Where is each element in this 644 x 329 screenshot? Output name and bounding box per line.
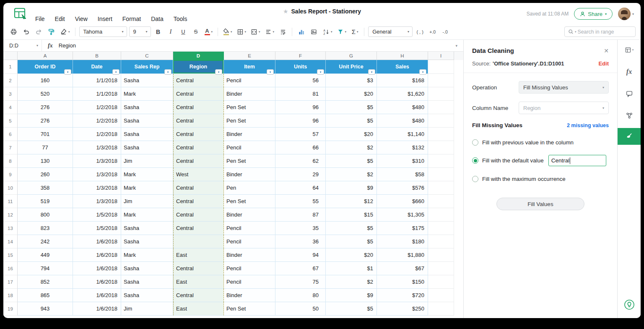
cell-I11[interactable]: [428, 195, 454, 208]
filter-dropdown-button[interactable]: ▾: [215, 69, 222, 75]
header-cell-order-id[interactable]: Order ID▾: [18, 60, 73, 74]
filter-dropdown-button[interactable]: ▾: [112, 69, 119, 75]
undo-button[interactable]: [21, 26, 31, 37]
cell-C15[interactable]: Mark: [121, 248, 173, 262]
row-number[interactable]: 13: [3, 222, 18, 235]
cell-I10[interactable]: [428, 181, 454, 195]
cell-I18[interactable]: [428, 289, 454, 302]
radio-fill-with-previous-value-in-the-column[interactable]: [472, 139, 478, 146]
header-cell-region[interactable]: Region▾: [173, 60, 224, 74]
cell-D7[interactable]: Central: [173, 141, 224, 154]
cell-F4[interactable]: 96: [275, 101, 326, 114]
cell-B14[interactable]: 1/6/2018: [73, 235, 121, 248]
cell-I2[interactable]: [428, 74, 454, 87]
cell-A14[interactable]: 242: [18, 235, 73, 248]
menu-tools[interactable]: Tools: [174, 16, 187, 22]
row-number[interactable]: 14: [3, 235, 18, 248]
cell-C10[interactable]: Mark: [121, 181, 173, 195]
cell-B19[interactable]: 1/6/2018: [73, 302, 121, 316]
cell-G19[interactable]: $5: [326, 302, 377, 316]
comments-panel-icon[interactable]: [618, 84, 641, 103]
radio-fill-with-the-default-value[interactable]: [472, 157, 478, 164]
cell-G17[interactable]: $2: [326, 275, 377, 289]
cell-B4[interactable]: 1/2/2018: [73, 101, 121, 114]
cell-G2[interactable]: $3: [326, 74, 377, 87]
cell-E11[interactable]: Pen Set: [224, 195, 275, 208]
cell-G7[interactable]: $2: [326, 141, 377, 154]
row-number[interactable]: 5: [3, 114, 18, 128]
wrap-text-button[interactable]: [278, 26, 288, 37]
cell-E18[interactable]: Binder: [224, 289, 275, 302]
cell-G8[interactable]: $5: [326, 154, 377, 168]
cell-C2[interactable]: Sasha: [121, 74, 173, 87]
cell-E9[interactable]: Binder: [224, 168, 275, 181]
radio-fill-with-the-maximum-occurrence[interactable]: [472, 176, 478, 182]
cell-D13[interactable]: Central: [173, 222, 224, 235]
header-cell-sales-rep[interactable]: Sales Rep▾: [121, 60, 173, 74]
cell-D3[interactable]: Central: [173, 87, 224, 101]
cell-C8[interactable]: Jim: [121, 154, 173, 168]
cell-A5[interactable]: 276: [18, 114, 73, 128]
sum-button[interactable]: Σ ▾: [350, 26, 360, 37]
cell-E5[interactable]: Pen Set: [224, 114, 275, 128]
cell-B7[interactable]: 1/3/2018: [73, 141, 121, 154]
cell-A13[interactable]: 823: [18, 222, 73, 235]
align-button[interactable]: ▾: [264, 26, 276, 37]
number-format-select[interactable]: General ▾: [368, 26, 413, 37]
cell-H3[interactable]: $1,620: [377, 87, 428, 101]
cell-H19[interactable]: $250: [377, 302, 428, 316]
menu-file[interactable]: File: [35, 16, 45, 22]
font-family-select[interactable]: Tahoma ▾: [79, 26, 127, 37]
cell-E13[interactable]: Pencil: [224, 222, 275, 235]
cell-H9[interactable]: $58: [377, 168, 428, 181]
edit-source-link[interactable]: Edit: [598, 60, 609, 67]
functions-panel-icon[interactable]: fx: [618, 63, 641, 81]
menu-view[interactable]: View: [75, 16, 88, 22]
cell-I4[interactable]: [428, 101, 454, 114]
fill-values-button[interactable]: Fill Values: [496, 198, 584, 210]
column-header-A[interactable]: A: [18, 52, 73, 60]
header-cell-item[interactable]: Item▾: [224, 60, 275, 74]
cell-H18[interactable]: $720: [377, 289, 428, 302]
cell-A18[interactable]: 865: [18, 289, 73, 302]
filter-dropdown-button[interactable]: ▾: [368, 69, 375, 75]
cell-G16[interactable]: $1: [326, 262, 377, 275]
cell-H5[interactable]: $480: [377, 114, 428, 128]
cell-A19[interactable]: 943: [18, 302, 73, 316]
cell-D10[interactable]: Central: [173, 181, 224, 195]
cell-G12[interactable]: $15: [326, 208, 377, 222]
filter-dropdown-button[interactable]: ▾: [164, 69, 171, 75]
cell-F15[interactable]: 94: [275, 248, 326, 262]
cell-F5[interactable]: 96: [275, 114, 326, 128]
cell-B11[interactable]: 1/3/2018: [73, 195, 121, 208]
print-button[interactable]: [8, 26, 19, 37]
cell-A2[interactable]: 160: [18, 74, 73, 87]
insert-image-button[interactable]: [309, 26, 319, 37]
share-button[interactable]: Share ▾: [574, 8, 613, 20]
cell-I13[interactable]: [428, 222, 454, 235]
cell-C11[interactable]: Jim: [121, 195, 173, 208]
clear-format-button[interactable]: ▾: [59, 26, 71, 37]
merge-cells-button[interactable]: ▾: [249, 26, 262, 37]
cell-D5[interactable]: Central: [173, 114, 224, 128]
missing-values-link[interactable]: 2 missing values: [567, 123, 609, 128]
cell-E19[interactable]: Pen Set: [224, 302, 275, 316]
cell-E15[interactable]: Binder: [224, 248, 275, 262]
cell-A16[interactable]: 794: [18, 262, 73, 275]
cell-A11[interactable]: 519: [18, 195, 73, 208]
option-label[interactable]: Fill with the maximum occurrence: [482, 176, 566, 182]
sort-button[interactable]: AZ ▾: [321, 26, 334, 37]
filter-dropdown-button[interactable]: ▾: [64, 69, 71, 75]
cell-C13[interactable]: Sasha: [121, 222, 173, 235]
share-panel-icon[interactable]: [618, 106, 641, 125]
cell-F3[interactable]: 81: [275, 87, 326, 101]
cell-I9[interactable]: [428, 168, 454, 181]
cell-D17[interactable]: East: [173, 275, 224, 289]
cell-D18[interactable]: Central: [173, 289, 224, 302]
cell-F18[interactable]: 80: [275, 289, 326, 302]
cell-G4[interactable]: $5: [326, 101, 377, 114]
row-number[interactable]: 7: [3, 141, 18, 154]
column-header-I[interactable]: I: [428, 52, 454, 60]
row-number[interactable]: 1: [3, 60, 18, 74]
row-number[interactable]: 18: [3, 289, 18, 302]
